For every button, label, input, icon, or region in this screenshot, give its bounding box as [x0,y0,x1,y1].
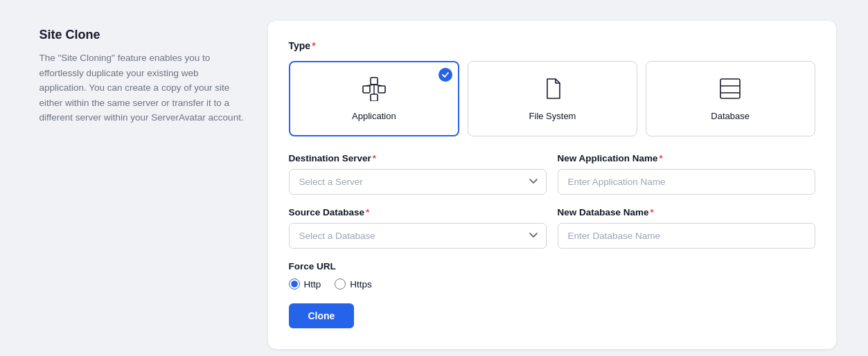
selected-check-icon [439,68,452,82]
new-app-name-group: New Application Name* [558,153,815,195]
application-icon [362,76,387,104]
left-panel: Site Clone The "Site Cloning" feature en… [33,21,268,349]
database-card-label: Database [711,111,750,121]
svg-rect-7 [720,79,740,98]
source-database-group: Source Database* Select a Database [289,207,547,249]
type-card-database[interactable]: Database [646,61,815,136]
svg-line-5 [374,84,382,86]
force-url-label: Force URL [289,261,815,272]
radio-https-option[interactable]: Https [335,278,372,290]
source-database-select[interactable]: Select a Database [289,223,547,249]
radio-group: Http Https [289,278,815,290]
radio-https-input[interactable] [335,278,346,290]
application-card-label: Application [352,111,396,121]
filesystem-icon [540,76,565,104]
destination-server-label: Destination Server* [289,153,547,163]
database-row: Source Database* Select a Database New D… [289,207,815,249]
new-database-name-input[interactable] [558,223,815,249]
force-url-section: Force URL Http Https [289,261,815,290]
svg-rect-3 [371,94,378,101]
radio-http-input[interactable] [289,278,300,290]
new-app-name-label: New Application Name* [558,153,815,163]
svg-line-4 [366,84,374,86]
svg-rect-1 [363,86,370,93]
right-panel: Type* [268,21,836,349]
radio-https-label: Https [350,279,372,290]
page-title: Site Clone [39,28,247,42]
type-label: Type* [289,40,815,51]
destination-server-select-wrapper: Select a Server [289,169,547,195]
radio-http-option[interactable]: Http [289,278,321,290]
destination-server-select[interactable]: Select a Server [289,169,547,195]
radio-http-label: Http [304,279,321,290]
svg-rect-0 [371,78,378,84]
new-database-name-group: New Database Name* [558,207,815,249]
type-cards: Application File System [289,61,815,136]
svg-rect-2 [378,86,385,93]
source-database-label: Source Database* [289,207,547,217]
clone-button[interactable]: Clone [289,303,355,328]
destination-server-group: Destination Server* Select a Server [289,153,547,195]
server-appname-row: Destination Server* Select a Server New … [289,153,815,195]
filesystem-card-label: File System [529,111,576,121]
source-database-select-wrapper: Select a Database [289,223,547,249]
new-database-name-label: New Database Name* [558,207,815,217]
page-description: The "Site Cloning" feature enables you t… [39,51,247,125]
database-icon [718,76,743,104]
type-card-filesystem[interactable]: File System [468,61,637,136]
new-app-name-input[interactable] [558,169,815,195]
type-card-application[interactable]: Application [289,61,460,136]
